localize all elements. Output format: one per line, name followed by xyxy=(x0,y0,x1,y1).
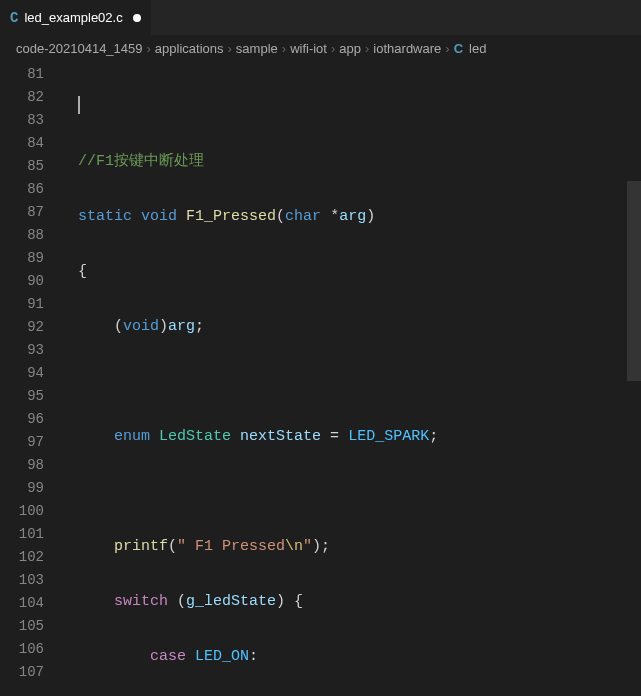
tab-label: led_example02.c xyxy=(24,10,122,25)
line-number[interactable]: 81 xyxy=(0,63,66,86)
line-number[interactable]: 104 xyxy=(0,592,66,615)
line-number[interactable]: 101 xyxy=(0,523,66,546)
line-number[interactable]: 98 xyxy=(0,454,66,477)
line-number[interactable]: 92 xyxy=(0,316,66,339)
code-line[interactable]: printf(" F1 Pressed\n"); xyxy=(78,535,641,558)
line-number[interactable]: 94 xyxy=(0,362,66,385)
line-number-gutter[interactable]: 8182838485868788899091929394959697989910… xyxy=(0,61,66,696)
code-line[interactable] xyxy=(78,370,641,393)
editor: 8182838485868788899091929394959697989910… xyxy=(0,61,641,696)
code-line[interactable]: //F1按键中断处理 xyxy=(78,150,641,173)
line-number[interactable]: 90 xyxy=(0,270,66,293)
breadcrumb-item[interactable]: sample xyxy=(236,41,278,56)
line-number[interactable]: 102 xyxy=(0,546,66,569)
code-line[interactable]: { xyxy=(78,260,641,283)
line-number[interactable]: 89 xyxy=(0,247,66,270)
line-number[interactable]: 82 xyxy=(0,86,66,109)
chevron-right-icon: › xyxy=(331,41,335,56)
line-number[interactable]: 85 xyxy=(0,155,66,178)
c-file-icon: C xyxy=(10,10,18,26)
line-number[interactable]: 99 xyxy=(0,477,66,500)
line-number[interactable]: 97 xyxy=(0,431,66,454)
breadcrumb-item[interactable]: code-20210414_1459 xyxy=(16,41,143,56)
breadcrumb-item[interactable]: app xyxy=(339,41,361,56)
dirty-indicator-icon[interactable] xyxy=(133,14,141,22)
breadcrumb-file[interactable]: led xyxy=(469,41,486,56)
chevron-right-icon: › xyxy=(365,41,369,56)
c-file-icon: C xyxy=(454,41,463,56)
code-line[interactable] xyxy=(78,480,641,503)
text-cursor xyxy=(78,96,80,114)
line-number[interactable]: 91 xyxy=(0,293,66,316)
code-line[interactable]: enum LedState nextState = LED_SPARK; xyxy=(78,425,641,448)
line-number[interactable]: 96 xyxy=(0,408,66,431)
code-line[interactable]: (void)arg; xyxy=(78,315,641,338)
tab-active[interactable]: C led_example02.c xyxy=(0,0,152,35)
code-line[interactable]: switch (g_ledState) { xyxy=(78,590,641,613)
line-number[interactable]: 100 xyxy=(0,500,66,523)
line-number[interactable]: 106 xyxy=(0,638,66,661)
line-number[interactable]: 95 xyxy=(0,385,66,408)
code-area[interactable]: //F1按键中断处理 static void F1_Pressed(char *… xyxy=(66,61,641,696)
chevron-right-icon: › xyxy=(282,41,286,56)
chevron-right-icon: › xyxy=(228,41,232,56)
tab-bar: C led_example02.c xyxy=(0,0,641,35)
vertical-scrollbar[interactable] xyxy=(627,61,641,696)
line-number[interactable]: 105 xyxy=(0,615,66,638)
breadcrumb-item[interactable]: wifi-iot xyxy=(290,41,327,56)
chevron-right-icon: › xyxy=(445,41,449,56)
line-number[interactable]: 88 xyxy=(0,224,66,247)
breadcrumb[interactable]: code-20210414_1459 › applications › samp… xyxy=(0,35,641,61)
breadcrumb-item[interactable]: applications xyxy=(155,41,224,56)
line-number[interactable]: 84 xyxy=(0,132,66,155)
code-line[interactable]: static void F1_Pressed(char *arg) xyxy=(78,205,641,228)
line-number[interactable]: 86 xyxy=(0,178,66,201)
chevron-right-icon: › xyxy=(147,41,151,56)
line-number[interactable]: 83 xyxy=(0,109,66,132)
code-line[interactable] xyxy=(78,95,641,118)
code-line[interactable]: case LED_ON: xyxy=(78,645,641,668)
line-number[interactable]: 103 xyxy=(0,569,66,592)
line-number[interactable]: 93 xyxy=(0,339,66,362)
breadcrumb-item[interactable]: iothardware xyxy=(373,41,441,56)
line-number[interactable]: 87 xyxy=(0,201,66,224)
scrollbar-thumb[interactable] xyxy=(627,181,641,381)
line-number[interactable]: 107 xyxy=(0,661,66,684)
